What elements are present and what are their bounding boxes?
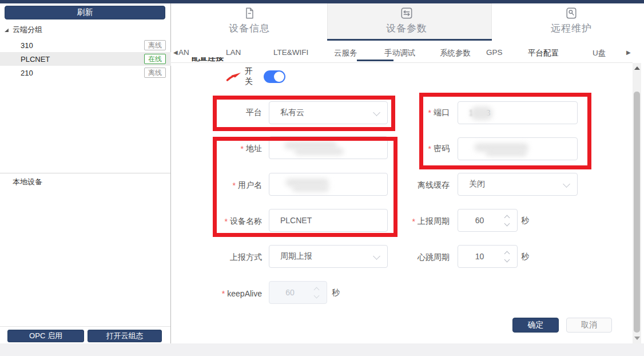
local-devices-label: 本地设备 [13, 177, 42, 187]
subtab-platform-config[interactable]: 平台配置 [528, 48, 559, 58]
platform-label: 平台 [205, 108, 262, 118]
number-stepper[interactable] [503, 214, 511, 228]
scrollbar-thumb[interactable] [634, 92, 640, 333]
device-name-label: *设备名称 [205, 216, 262, 227]
device-sidebar: 刷新 ◢ 云端分组 310 离线 PLCNET 在线 210 离线 本地设备 O… [0, 3, 171, 343]
redaction-blur [292, 185, 329, 192]
username-input[interactable] [269, 173, 388, 196]
report-period-value: 60 [475, 216, 484, 225]
address-label: *地址 [205, 144, 262, 154]
stepper-down-icon[interactable] [504, 221, 510, 227]
device-name: PLCNET [21, 55, 50, 64]
status-badge-offline: 离线 [144, 40, 166, 50]
number-stepper[interactable] [503, 250, 511, 264]
report-period-label: *上报周期 [395, 216, 450, 227]
cancel-button[interactable]: 取消 [566, 318, 612, 333]
subtab-scroll-left-icon[interactable]: ◀ [173, 49, 178, 56]
subtab-system-params[interactable]: 系统参数 [440, 48, 471, 58]
stepper-down-icon[interactable] [504, 257, 510, 263]
keepalive-input: 60 [269, 281, 327, 304]
tree-expander-icon[interactable]: ◢ [5, 27, 9, 33]
platform-select[interactable]: 私有云 [269, 101, 388, 124]
tab-device-info[interactable]: 设备信息 [198, 7, 301, 39]
heartbeat-unit: 秒 [521, 252, 529, 262]
sidebar-bottom-divider [0, 326, 170, 327]
redaction-blur [471, 106, 492, 120]
port-label: *端口 [395, 108, 450, 118]
device-row-210[interactable]: 210 离线 [0, 66, 171, 80]
device-name: 210 [21, 69, 33, 77]
tree-node-cloud-group[interactable]: ◢ 云端分组 [5, 25, 42, 35]
platform-enable-toggle[interactable] [264, 70, 285, 83]
toggle-knob [274, 72, 284, 82]
redaction-blur [295, 148, 344, 155]
clipped-section-title: 配置连接 [192, 57, 243, 63]
stepper-up-icon[interactable] [504, 215, 510, 221]
port-input[interactable]: 1 3 [458, 101, 578, 124]
main-panel: 设备信息 设备参数 远程维护 ◀ AN LAN LTE&WIFI 云服务 [171, 3, 644, 343]
device-row-310[interactable]: 310 离线 [0, 38, 171, 52]
scroll-down-icon[interactable] [634, 337, 640, 340]
offline-cache-value: 关闭 [469, 179, 485, 189]
tab-remote-maintenance[interactable]: 远程维护 [520, 7, 623, 39]
subtab-scroll-right-icon[interactable]: ▶ [626, 49, 631, 56]
heartbeat-input[interactable]: 10 [458, 245, 518, 268]
refresh-button[interactable]: 刷新 [5, 6, 165, 19]
heartbeat-label: 心跳周期 [395, 252, 450, 263]
subtab-wan[interactable]: AN [178, 48, 189, 57]
subtab-gps[interactable]: GPS [486, 48, 503, 57]
switch-label: 开关 [226, 72, 260, 82]
device-name-input[interactable]: PLCNET [269, 209, 388, 232]
document-icon [243, 7, 256, 19]
password-input[interactable] [458, 137, 578, 160]
keepalive-value: 60 [285, 288, 295, 297]
offline-cache-label: 离线缓存 [395, 180, 450, 191]
subtab-usb[interactable]: U盘 [593, 48, 606, 58]
wrench-icon [565, 7, 578, 19]
tree-group-label: 云端分组 [13, 25, 42, 35]
report-mode-select[interactable]: 周期上报 [269, 245, 388, 268]
number-stepper [313, 286, 321, 300]
heartbeat-value: 10 [475, 252, 484, 261]
tab-label: 设备参数 [386, 22, 427, 35]
report-mode-label: 上报方式 [205, 252, 262, 263]
selected-tab-underline [327, 39, 492, 41]
device-row-plcnet[interactable]: PLCNET 在线 [0, 52, 171, 66]
subtab-selected-underline [357, 60, 393, 61]
subtab-lan[interactable]: LAN [226, 48, 241, 57]
stepper-up-icon [314, 287, 320, 293]
keepalive-label: *keepAlive [205, 288, 262, 299]
redaction-blur [486, 149, 527, 156]
address-input[interactable] [269, 136, 388, 159]
opc-enable-button[interactable]: OPC 启用 [7, 330, 84, 342]
scroll-up-icon[interactable] [634, 66, 640, 70]
status-badge-offline: 离线 [144, 68, 166, 78]
subtab-lte-wifi[interactable]: LTE&WIFI [273, 48, 308, 57]
window-bottom-bar [0, 343, 644, 356]
subtab-cloud-service[interactable]: 云服务 [334, 48, 357, 58]
chevron-down-icon [563, 180, 570, 188]
offline-cache-select[interactable]: 关闭 [458, 173, 578, 196]
username-label: *用户名 [205, 180, 262, 191]
status-badge-online: 在线 [144, 54, 166, 64]
tab-device-params[interactable]: 设备参数 [355, 7, 458, 39]
chevron-down-icon [373, 109, 380, 116]
report-mode-value: 周期上报 [280, 251, 312, 262]
chevron-down-icon [373, 252, 380, 260]
sliders-icon [400, 7, 413, 19]
stepper-down-icon [314, 293, 320, 299]
open-cloud-scada-button[interactable]: 打开云组态 [88, 330, 162, 342]
stepper-up-icon[interactable] [504, 251, 510, 257]
sidebar-divider [0, 173, 170, 173]
keepalive-unit: 秒 [332, 288, 340, 298]
device-name: 310 [21, 41, 33, 50]
tab-label: 远程维护 [551, 22, 592, 35]
vertical-scrollbar[interactable] [633, 63, 641, 343]
password-label: *密码 [395, 144, 450, 154]
device-manager-window: 刷新 ◢ 云端分组 310 离线 PLCNET 在线 210 离线 本地设备 O… [0, 0, 644, 356]
subtab-manual-debug[interactable]: 手动调试 [384, 48, 415, 58]
report-period-input[interactable]: 60 [458, 209, 518, 232]
ok-button[interactable]: 确定 [512, 318, 559, 333]
report-period-unit: 秒 [521, 216, 529, 226]
platform-select-value: 私有云 [280, 108, 304, 118]
